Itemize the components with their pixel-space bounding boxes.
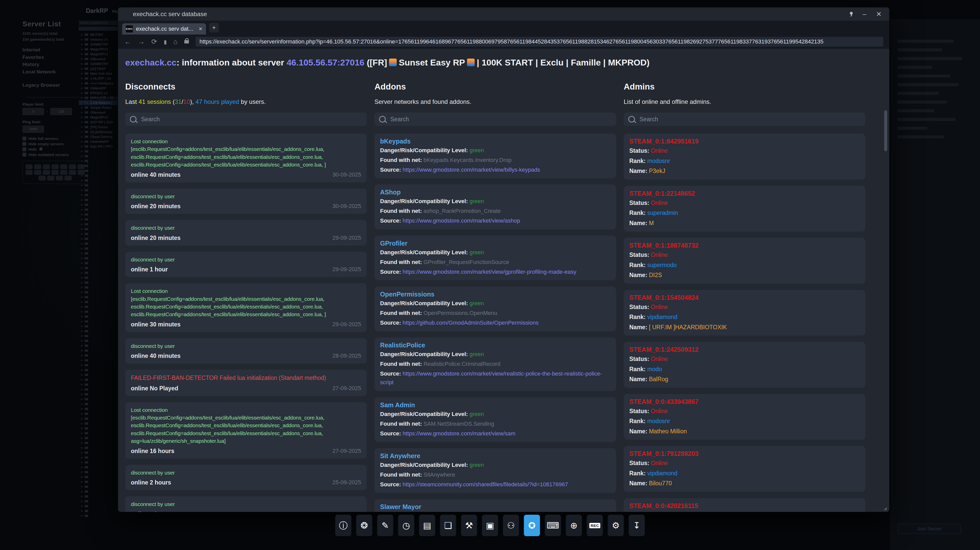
- favorite-heart-icon[interactable]: ♥: [81, 427, 83, 430]
- favorite-heart-icon[interactable]: ♥: [81, 125, 83, 129]
- favorite-heart-icon[interactable]: ♥: [81, 354, 83, 357]
- flag-filter-icon[interactable]: [69, 170, 76, 175]
- admin-steam-id[interactable]: STEAM_0:1:154504824: [629, 294, 860, 301]
- favorite-heart-icon[interactable]: ♥: [81, 339, 83, 343]
- admin-steam-id[interactable]: STEAM_0:0:433943867: [629, 398, 860, 405]
- gamemode-tab-darkrp[interactable]: DarkRP: [86, 7, 108, 14]
- favorite-heart-icon[interactable]: ♥: [81, 388, 83, 391]
- favorite-heart-icon[interactable]: ♥: [81, 363, 83, 367]
- tab-exechack[interactable]: EXEC exechack.cc serv dat... ✕: [122, 23, 206, 35]
- flag-filter-icon[interactable]: [52, 164, 59, 169]
- favorite-heart-icon[interactable]: ♥: [81, 437, 83, 440]
- flag-filter-icon[interactable]: [34, 170, 41, 175]
- admins-search-input[interactable]: [639, 116, 861, 123]
- favorite-heart-icon[interactable]: ♥: [81, 208, 83, 212]
- map-filter-grid[interactable]: [22, 161, 88, 184]
- favorite-heart-icon[interactable]: ♥: [81, 193, 83, 197]
- hide-empty-checkbox[interactable]: [22, 142, 26, 146]
- ping-limit-input[interactable]: [22, 126, 44, 133]
- admin-card[interactable]: STEAM_0:0:433943867 Status: Online Rank:…: [624, 394, 865, 440]
- favorite-heart-icon[interactable]: ♥: [81, 432, 83, 435]
- admin-card[interactable]: STEAM_0:1:22148652 Status: Online Rank: …: [624, 186, 865, 232]
- admin-card[interactable]: STEAM_0:0:420216115 Status: Online Rank:…: [624, 498, 865, 512]
- flag-filter-icon[interactable]: [56, 176, 63, 180]
- favorite-heart-icon[interactable]: ♥: [81, 247, 83, 250]
- favorite-heart-icon[interactable]: ♥: [81, 145, 83, 148]
- addon-source-link[interactable]: https://www.gmodstore.com/market/view/as…: [402, 217, 520, 224]
- favorite-heart-icon[interactable]: ♥: [81, 223, 83, 226]
- favorite-heart-icon[interactable]: ♥: [81, 86, 83, 90]
- favorite-heart-icon[interactable]: ♥: [81, 198, 83, 202]
- favorite-heart-icon[interactable]: ♥: [81, 281, 83, 284]
- favorite-heart-icon[interactable]: ♥: [81, 252, 83, 255]
- addon-card[interactable]: RealisticPolice Danger/Risk/Compatibilit…: [374, 337, 616, 391]
- favorite-heart-icon[interactable]: ♥: [81, 62, 83, 66]
- addon-card[interactable]: AShop Danger/Risk/Compatibility Level: g…: [374, 185, 616, 229]
- favorite-heart-icon[interactable]: ♥: [81, 67, 83, 70]
- favorite-heart-icon[interactable]: ♥: [81, 169, 83, 173]
- flag-filter-icon[interactable]: [34, 164, 41, 169]
- resize-grip[interactable]: ◢: [884, 506, 887, 510]
- toolbar-screenshot-button[interactable]: ▣: [482, 515, 498, 536]
- favorite-heart-icon[interactable]: ♥: [81, 72, 83, 75]
- favorite-heart-icon[interactable]: ♥: [81, 378, 83, 382]
- toolbar-badge-button[interactable]: ❂: [356, 515, 372, 536]
- url-bar[interactable]: https://exechack.cc/serv/serverinformati…: [196, 37, 883, 46]
- favorite-heart-icon[interactable]: ♥: [81, 155, 83, 158]
- admin-card[interactable]: STEAM_0:1:791288203 Status: Online Rank:…: [624, 446, 865, 492]
- favorite-heart-icon[interactable]: ♥: [81, 290, 83, 294]
- favorite-heart-icon[interactable]: ♥: [81, 325, 83, 328]
- favorite-heart-icon[interactable]: ♥: [81, 320, 83, 324]
- flag-filter-icon[interactable]: [60, 164, 67, 169]
- favorite-heart-icon[interactable]: ♥: [81, 261, 83, 265]
- favorite-heart-icon[interactable]: ♥: [81, 218, 83, 221]
- favorite-heart-icon[interactable]: ♥: [81, 470, 83, 474]
- favorite-heart-icon[interactable]: ♥: [81, 121, 83, 124]
- scrollbar-thumb[interactable]: [884, 110, 887, 151]
- favorite-heart-icon[interactable]: ♥: [81, 514, 83, 518]
- disconnect-card[interactable]: disconnect by user online 40 minutes 28-…: [125, 338, 367, 363]
- favorite-heart-icon[interactable]: ♥: [81, 422, 83, 426]
- hide-outdated-checkbox[interactable]: [22, 153, 26, 156]
- addon-source-link[interactable]: https://www.gmodstore.com/market/view/gp…: [402, 269, 576, 275]
- disconnect-card[interactable]: disconnect by user online 1 hour 29-09-2…: [125, 252, 367, 277]
- tab-close-icon[interactable]: ✕: [199, 26, 202, 32]
- disconnect-card[interactable]: disconnect by user online 1 hour 23-09-2…: [125, 496, 367, 512]
- favorite-heart-icon[interactable]: ♥: [81, 456, 83, 459]
- favorite-heart-icon[interactable]: ♥: [81, 203, 83, 207]
- addon-source-link[interactable]: https://github.com/GmodAdminSuite/OpenPe…: [402, 319, 539, 326]
- favorite-heart-icon[interactable]: ♥: [81, 500, 83, 503]
- favorite-heart-icon[interactable]: ♥: [81, 412, 83, 416]
- favorite-heart-icon[interactable]: ♥: [81, 495, 83, 498]
- favorite-heart-icon[interactable]: ♥: [81, 276, 83, 280]
- disconnect-card[interactable]: Lost connection [esclib.RequestConfig=ad…: [125, 402, 367, 459]
- favorite-heart-icon[interactable]: ♥: [81, 174, 83, 177]
- favorite-heart-icon[interactable]: ♥: [81, 130, 83, 134]
- favorite-heart-icon[interactable]: ♥: [81, 295, 83, 299]
- flag-filter-icon[interactable]: [38, 176, 46, 180]
- disconnect-card[interactable]: disconnect by user online 2 hours 25-09-…: [125, 465, 367, 490]
- addon-card[interactable]: GProfiler Danger/Risk/Compatibility Leve…: [374, 236, 616, 281]
- favorite-heart-icon[interactable]: ♥: [81, 179, 83, 182]
- favorite-heart-icon[interactable]: ♥: [81, 266, 83, 270]
- toolbar-settings-button[interactable]: ⚙: [608, 515, 624, 536]
- favorite-heart-icon[interactable]: ♥: [81, 509, 83, 513]
- favorite-heart-icon[interactable]: ♥: [81, 164, 83, 168]
- admin-card[interactable]: STEAM_0:1:154504824 Status: Online Rank:…: [624, 290, 865, 336]
- favorite-heart-icon[interactable]: ♥: [81, 257, 83, 260]
- favorite-heart-icon[interactable]: ♥: [81, 446, 83, 450]
- favorite-heart-icon[interactable]: ♥: [81, 91, 83, 95]
- minimize-button[interactable]: –: [862, 10, 867, 18]
- toolbar-web-button[interactable]: ⊕: [566, 515, 582, 536]
- addon-source-link[interactable]: https://www.gmodstore.com/market/view/bi…: [402, 167, 540, 173]
- admin-steam-id[interactable]: STEAM_0:1:842951619: [629, 138, 860, 145]
- flag-filter-icon[interactable]: [25, 164, 32, 169]
- admin-card[interactable]: STEAM_0:1:842951619 Status: Online Rank:…: [624, 134, 865, 180]
- favorite-heart-icon[interactable]: ♥: [81, 140, 83, 143]
- favorite-heart-icon[interactable]: ♥: [81, 359, 83, 362]
- favorite-heart-icon[interactable]: ♥: [81, 300, 83, 304]
- admin-card[interactable]: STEAM_0:1:188748732 Status: Online Rank:…: [624, 238, 865, 284]
- favorite-heart-icon[interactable]: ♥: [81, 451, 83, 454]
- favorite-heart-icon[interactable]: ♥: [81, 402, 83, 406]
- toolbar-players-button[interactable]: ⚇: [503, 515, 519, 536]
